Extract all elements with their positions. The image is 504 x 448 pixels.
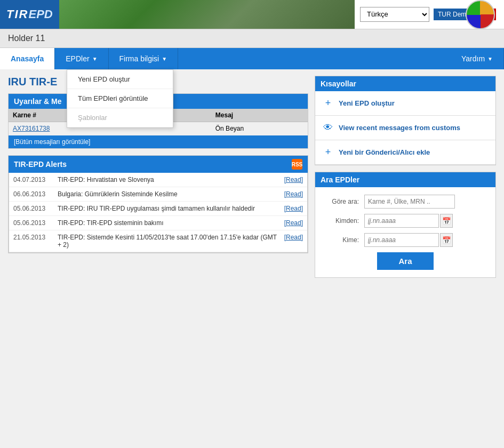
logo-tir: TIR [6, 7, 28, 21]
epdler-dropdown-menu: Yeni EPD oluştur Tüm EPDleri görüntüle Ş… [67, 69, 173, 128]
tobb-logo [456, 0, 504, 29]
kimden-calendar-button[interactable]: 📅 [440, 214, 453, 228]
alerts-body: 04.07.2013 TIR-EPD: Hırvatistan ve Slove… [9, 173, 308, 253]
kisayollar-header: Kısayollar [315, 76, 495, 91]
alert-read-link[interactable]: [Read] [284, 219, 303, 227]
ara-epdler-header: Ara EPDler [315, 172, 495, 187]
alert-read-link[interactable]: [Read] [284, 190, 303, 198]
nav-item-firma-bilgisi[interactable]: Firma bilgisi ▼ [109, 48, 179, 69]
dropdown-item-templates: Şablonlar [67, 108, 173, 127]
kisayol-item-new-epd[interactable]: + Yeni EPD oluştur [315, 91, 495, 116]
help-arrow-icon: ▼ [487, 56, 493, 62]
kisayol-icon: + [323, 98, 333, 109]
ara-epdler-body: Göre ara: Kimden: 📅 Kime: 📅 Ara [315, 187, 495, 277]
rss-icon[interactable]: RSS [292, 159, 302, 170]
gore-ara-label: Göre ara: [322, 198, 364, 205]
search-button[interactable]: Ara [377, 252, 433, 270]
alert-text: TIR-EPD: TIR-EPD sisteminin bakımı [58, 219, 280, 227]
alert-read-link[interactable]: [Read] [284, 234, 303, 241]
kisayollar-list: + Yeni EPD oluştur 👁 View recent message… [315, 91, 495, 165]
right-column: Kısayollar + Yeni EPD oluştur 👁 View rec… [315, 76, 496, 278]
dropdown-item-view-all[interactable]: Tüm EPDleri görüntüle [67, 89, 173, 108]
ara-epdler-panel: Ara EPDler Göre ara: Kimden: 📅 Kime: 📅 A… [315, 172, 496, 278]
alert-read-link[interactable]: [Read] [284, 176, 303, 183]
kimden-row: Kimden: 📅 [322, 214, 489, 228]
alert-text: TIR-EPD: IRU TIR-EPD uygulaması şimdi ta… [58, 205, 280, 212]
holder-title: Holder 11 [8, 34, 45, 43]
nav-item-epdler[interactable]: EPDler ▼ [55, 48, 108, 69]
mesaj-cell: Ön Beyan [211, 122, 308, 135]
nav-item-yardim[interactable]: Yardım ▼ [451, 48, 504, 69]
kimden-date-input[interactable] [364, 214, 439, 228]
kisayol-label: Yeni bir Gönderici/Alıcı ekle [339, 148, 430, 156]
nav-item-anasayfa[interactable]: Anasayfa [0, 48, 55, 69]
kisayol-label: View recent messages from customs [339, 124, 460, 132]
alert-date: 04.07.2013 [13, 176, 53, 183]
header: TIR EPD Türkçe English TUR Demo 11 ✕ [0, 0, 504, 29]
navbar: Anasayfa EPDler ▼ Firma bilgisi ▼ Yardım… [0, 48, 504, 69]
epdler-arrow-icon: ▼ [92, 56, 98, 62]
alert-row: 05.06.2013 TIR-EPD: TIR-EPD sisteminin b… [9, 216, 307, 230]
holder-bar: Holder 11 [0, 29, 504, 48]
alert-row: 21.05.2013 TIR-EPD: Sistemde Kesinti 11/… [9, 230, 307, 252]
kisayollar-panel: Kısayollar + Yeni EPD oluştur 👁 View rec… [315, 76, 496, 165]
kisayol-item-view-customs[interactable]: 👁 View recent messages from customs [315, 116, 495, 140]
alert-date: 21.05.2013 [13, 234, 53, 241]
logo-epd: EPD [28, 7, 52, 21]
alert-row: 06.06.2013 Bulgaria: Gümrüklerin Sistemi… [9, 187, 307, 202]
kime-date-input[interactable] [364, 233, 439, 247]
alert-row: 05.06.2013 TIR-EPD: IRU TIR-EPD uygulama… [9, 202, 307, 216]
gore-ara-row: Göre ara: [322, 195, 489, 209]
kisayol-icon: + [323, 147, 333, 158]
nav-spacer [178, 48, 451, 69]
kisayol-label: Yeni EPD oluştur [339, 99, 395, 107]
firma-arrow-icon: ▼ [162, 56, 167, 62]
tobb-circle [466, 0, 495, 29]
alert-date: 06.06.2013 [13, 190, 53, 198]
col-mesaj: Mesaj [211, 109, 308, 122]
alert-read-link[interactable]: [Read] [284, 205, 303, 212]
kime-calendar-button[interactable]: 📅 [440, 233, 453, 247]
kime-row: Kime: 📅 [322, 233, 489, 247]
kime-label: Kime: [322, 236, 364, 244]
logo-box: TIR EPD [0, 0, 59, 29]
kimden-label: Kimden: [322, 217, 364, 225]
alert-text: Bulgaria: Gümrüklerin Sisteminde Kesilme [58, 190, 280, 198]
dropdown-item-new-epd[interactable]: Yeni EPD oluştur [67, 70, 173, 89]
alerts-header: TIR-EPD Alerts RSS [9, 156, 308, 173]
alert-text: TIR-EPD: Hırvatistan ve Slovenya [58, 176, 280, 183]
kisayol-item-add-sender[interactable]: + Yeni bir Gönderici/Alıcı ekle [315, 140, 495, 165]
kisayol-icon: 👁 [323, 122, 333, 133]
view-all-messages-link[interactable]: [Bütün mesajları görüntüle] [9, 135, 308, 148]
header-road-visual [59, 0, 355, 29]
alert-row: 04.07.2013 TIR-EPD: Hırvatistan ve Slove… [9, 173, 307, 187]
language-select[interactable]: Türkçe English [360, 7, 429, 22]
alerts-panel: TIR-EPD Alerts RSS 04.07.2013 TIR-EPD: H… [8, 155, 308, 253]
alert-date: 05.06.2013 [13, 205, 53, 212]
alert-date: 05.06.2013 [13, 219, 53, 227]
alert-text: TIR-EPD: Sistemde Kesinti 11/05/2013'te … [58, 234, 280, 249]
header-banner [59, 0, 355, 29]
gore-ara-input[interactable] [364, 195, 455, 209]
header-right: Türkçe English TUR Demo 11 ✕ [355, 0, 504, 29]
